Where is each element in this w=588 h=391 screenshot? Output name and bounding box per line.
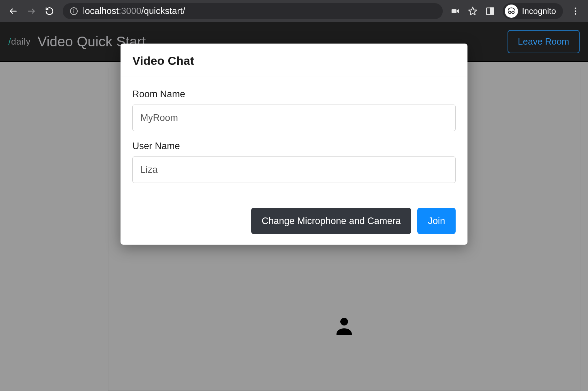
svg-marker-7: [469, 7, 477, 15]
toolbar-right: Incognito: [448, 3, 583, 19]
modal-header: Video Chat: [121, 44, 467, 77]
user-name-field: User Name: [132, 141, 456, 183]
app-logo: /daily: [8, 36, 31, 47]
logo-slash-icon: /: [8, 36, 11, 47]
panel-icon[interactable]: [485, 6, 495, 16]
forward-button[interactable]: [23, 3, 40, 20]
user-name-input[interactable]: [132, 156, 456, 183]
site-info-icon[interactable]: [70, 7, 78, 15]
url-path: /quickstart/: [141, 6, 185, 16]
modal-footer: Change Microphone and Camera Join: [121, 197, 467, 245]
bookmark-star-icon[interactable]: [468, 6, 478, 16]
join-button[interactable]: Join: [417, 208, 456, 234]
url-host: localhost: [83, 6, 119, 16]
back-button[interactable]: [5, 3, 22, 20]
svg-rect-9: [490, 8, 494, 14]
logo-text: daily: [11, 36, 31, 47]
svg-point-4: [74, 9, 74, 9]
user-name-label: User Name: [132, 141, 456, 152]
room-name-label: Room Name: [132, 89, 456, 100]
reload-button[interactable]: [41, 3, 58, 20]
svg-marker-6: [457, 9, 459, 13]
address-bar[interactable]: localhost:3000/quickstart/: [63, 3, 443, 19]
svg-point-11: [512, 11, 514, 14]
browser-toolbar: localhost:3000/quickstart/ Incognito: [0, 0, 588, 22]
room-name-field: Room Name: [132, 89, 456, 131]
leave-room-button[interactable]: Leave Room: [508, 30, 580, 53]
modal-body: Room Name User Name: [121, 77, 467, 197]
svg-point-14: [575, 10, 577, 12]
svg-rect-5: [451, 9, 456, 13]
incognito-indicator[interactable]: Incognito: [503, 3, 563, 19]
svg-point-15: [575, 13, 577, 15]
change-devices-button[interactable]: Change Microphone and Camera: [251, 208, 411, 234]
url-port: :3000: [119, 6, 141, 16]
incognito-icon: [505, 5, 518, 18]
modal-backdrop: Video Chat Room Name User Name Change Mi…: [0, 62, 588, 391]
modal-title: Video Chat: [132, 54, 456, 68]
url-text: localhost:3000/quickstart/: [83, 6, 185, 16]
camera-indicator-icon[interactable]: [450, 6, 460, 16]
room-name-input[interactable]: [132, 105, 456, 131]
video-chat-modal: Video Chat Room Name User Name Change Mi…: [121, 44, 467, 245]
svg-point-10: [508, 11, 511, 14]
page-body: Video Chat Room Name User Name Change Mi…: [0, 62, 588, 391]
svg-point-13: [575, 7, 577, 9]
kebab-menu-icon[interactable]: [571, 6, 580, 16]
incognito-label: Incognito: [522, 6, 556, 16]
